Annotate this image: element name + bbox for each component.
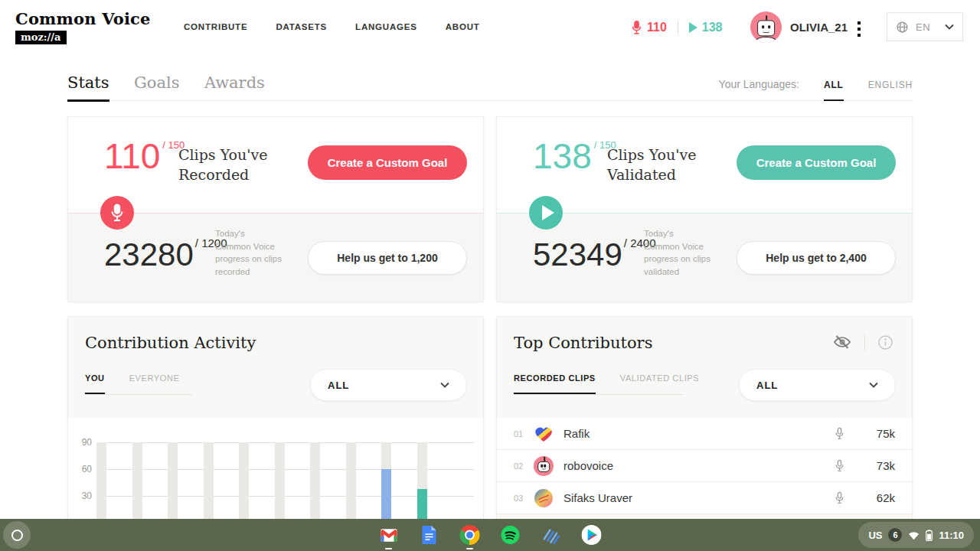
recorded-count: 110 [647,21,667,34]
recorded-stat-card: 110/ 150 Clips You've Recorded Create a … [67,116,484,302]
chevron-down-icon [869,382,878,388]
help-goal-button[interactable]: Help us get to 2,400 [737,241,896,275]
spotify-icon[interactable] [501,525,521,545]
today-recorded-count: 23280/ 1200 [104,236,227,273]
contributor-row[interactable]: 03 Sifaks Uraver 62k [497,482,912,514]
rank: 03 [514,494,534,503]
clock: 11:10 [939,530,964,541]
chrome-icon[interactable] [460,525,480,545]
contributor-name: Rafik [564,427,835,440]
mic-icon [835,427,844,440]
wifi-icon [908,530,920,540]
today-validated-label: Today's Common Voice progress on clips v… [644,227,711,279]
tab-track [514,394,684,395]
page-tabs: Stats Goals Awards Your Languages: ALL E… [67,73,913,101]
validated-stat-card: 138/ 150 Clips You've Validated Create a… [496,116,913,302]
gmail-icon[interactable] [379,525,399,545]
chromeos-shelf: US 6 11:10 [0,519,980,551]
contributors-title: Top Contributors [514,334,652,352]
tab-awards[interactable]: Awards [204,73,265,99]
validated-label: Clips You've Validated [607,145,714,184]
tab-recorded-clips[interactable]: RECORDED CLIPS [514,373,596,394]
google-docs-icon[interactable] [420,525,439,545]
battery-icon [926,530,933,541]
info-icon[interactable] [877,334,893,350]
ytick-90: 90 [72,437,92,448]
avatar [534,456,554,476]
status-tray[interactable]: US 6 11:10 [858,522,974,548]
contributor-name: robovoice [564,459,835,472]
recorded-label: Clips You've Recorded [178,145,286,184]
mozilla-logo: moz://a [15,31,67,44]
recorded-progress: 110/ 150 [104,135,185,177]
kebab-menu-icon[interactable] [856,20,862,38]
avatar [534,488,554,508]
activity-range-dropdown[interactable]: ALL [310,369,467,401]
validated-today-section: 52349/ 2400 Today's Common Voice progres… [497,214,912,302]
hide-visibility-icon[interactable] [832,334,852,350]
validated-count: 138 [702,21,723,34]
avatar[interactable] [750,11,782,43]
nav-about[interactable]: ABOUT [446,22,480,31]
pinned-apps [379,519,602,551]
contributors-list: 01 Rafik 75k 02 robovoice 73k 03 [497,418,912,514]
main-nav: CONTRIBUTE DATASETS LANGUAGES ABOUT [184,22,480,31]
ytick-30: 30 [72,491,92,501]
username: OLIVIA_21 [790,21,848,34]
top-contributors-card: Top Contributors RECORDED CLIPS VALIDATE… [496,316,913,551]
nav-languages[interactable]: LANGUAGES [355,22,417,31]
tab-goals[interactable]: Goals [134,73,179,99]
recorded-today-section: 23280/ 1200 Today's Common Voice progres… [68,214,483,302]
your-languages-label: Your Languages: [719,78,799,90]
keyboard-locale: US [868,530,882,541]
filter-all[interactable]: ALL [824,80,844,101]
clip-count: 73k [863,459,895,472]
validated-progress: 138/ 150 [533,135,616,177]
divider [678,21,678,34]
tab-everyone[interactable]: EVERYONE [129,373,180,394]
running-indicator [466,548,473,550]
mic-badge-icon [100,196,134,230]
tab-validated-clips[interactable]: VALIDATED CLIPS [620,373,699,394]
chevron-down-icon [440,382,449,388]
nav-contribute[interactable]: CONTRIBUTE [184,22,247,31]
help-goal-button[interactable]: Help us get to 1,200 [308,241,467,275]
create-custom-goal-button[interactable]: Create a Custom Goal [737,145,896,180]
globe-icon [896,21,909,34]
ytick-60: 60 [72,464,92,474]
contributors-range-dropdown[interactable]: ALL [739,369,896,401]
today-recorded-label: Today's Common Voice progress on clips r… [215,227,283,279]
create-custom-goal-button[interactable]: Create a Custom Goal [308,145,467,180]
mic-icon [835,491,844,504]
mic-icon [835,459,844,472]
blue-stripes-app-icon[interactable] [541,525,561,545]
mic-icon [631,20,642,35]
clip-count: 62k [863,491,895,504]
rank: 01 [514,429,534,439]
language-code: EN [916,21,938,33]
activity-tabs: YOU EVERYONE [85,373,204,394]
user-menu[interactable]: OLIVIA_21 [750,11,848,43]
filter-english[interactable]: ENGLISH [868,80,913,90]
common-voice-logo[interactable]: Common Voice moz://a [15,9,151,44]
avatar [534,424,554,444]
dropdown-value: ALL [328,380,349,391]
contributor-row[interactable]: 02 robovoice 73k [497,450,912,482]
play-store-icon[interactable] [582,525,602,545]
activity-title: Contribution Activity [85,334,256,352]
play-icon [689,22,697,33]
contributor-name: Sifaks Uraver [564,491,835,504]
tab-stats[interactable]: Stats [67,73,109,102]
logo-title: Common Voice [15,9,151,28]
launcher-button[interactable] [3,521,31,549]
chevron-down-icon [945,24,954,30]
contributors-tabs: RECORDED CLIPS VALIDATED CLIPS [514,373,724,394]
language-selector[interactable]: EN [887,12,963,41]
tab-track [85,394,192,395]
contributor-row[interactable]: 01 Rafik 75k [497,418,912,450]
notification-badge: 6 [888,528,902,542]
nav-datasets[interactable]: DATASETS [276,22,327,31]
clip-count: 75k [863,427,895,440]
tab-you[interactable]: YOU [85,373,105,394]
your-languages-filter: Your Languages: ALL ENGLISH [719,78,913,101]
